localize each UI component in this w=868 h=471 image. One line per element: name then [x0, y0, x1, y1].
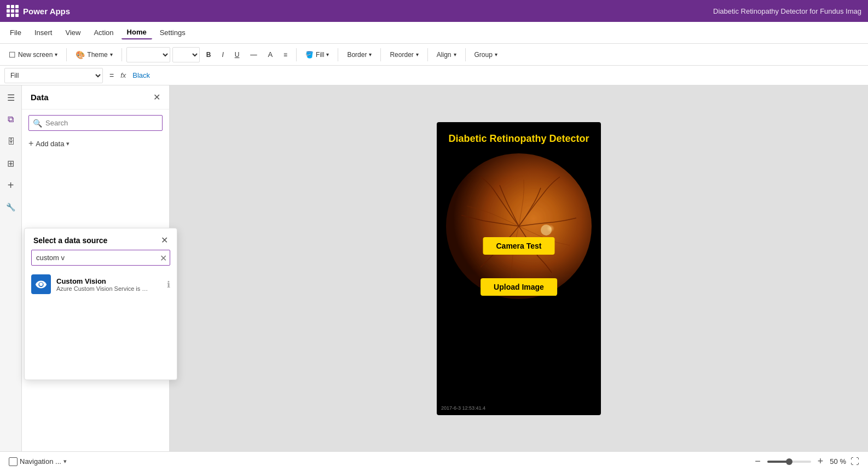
app-title: Diabetic Retinopathy Detector — [443, 122, 594, 150]
menu-view[interactable]: View — [60, 26, 86, 39]
data-source-search-clear-button[interactable]: ✕ — [160, 252, 167, 263]
svg-point-4 — [541, 225, 552, 236]
menu-settings[interactable]: Settings — [154, 26, 191, 39]
app-timestamp: 2017-6-3 12:53:41.4 — [441, 405, 485, 411]
menu-action[interactable]: Action — [88, 26, 119, 39]
align-chevron-icon: ▾ — [454, 51, 456, 58]
separator-2 — [121, 48, 122, 61]
nav-screen-icon — [9, 457, 18, 466]
zoom-slider[interactable] — [767, 461, 811, 463]
separator-6 — [427, 48, 428, 61]
theme-chevron-icon: ▾ — [110, 51, 113, 58]
menu-bar: File Insert View Action Home Settings — [0, 22, 868, 44]
zoom-out-button[interactable]: − — [753, 456, 763, 467]
border-button[interactable]: Border ▾ — [343, 49, 376, 61]
group-button[interactable]: Group ▾ — [470, 49, 502, 61]
plus-add-icon[interactable]: + — [3, 177, 19, 193]
new-screen-button[interactable]: ☐ New screen ▾ — [4, 48, 62, 61]
components-icon[interactable]: ⊞ — [3, 156, 19, 171]
camera-test-button[interactable]: Camera Test — [483, 237, 554, 255]
group-label: Group — [474, 51, 493, 59]
custom-vision-name: Custom Vision — [56, 277, 161, 285]
data-source-search-container: ✕ — [31, 250, 170, 266]
zoom-in-button[interactable]: + — [815, 456, 826, 467]
top-bar: Power Apps Diabetic Retinopathy Detector… — [0, 0, 868, 22]
menu-file[interactable]: File — [4, 26, 27, 39]
add-data-button[interactable]: + Add data ▾ — [22, 136, 169, 155]
align-text-button[interactable]: Align ▾ — [432, 49, 461, 61]
nav-chevron-icon: ▾ — [63, 458, 67, 465]
add-data-plus-icon: + — [28, 139, 33, 148]
bold-button[interactable]: B — [202, 49, 216, 61]
menu-insert[interactable]: Insert — [29, 26, 58, 39]
separator-1 — [66, 48, 67, 61]
layers-icon[interactable]: ⧉ — [3, 112, 19, 127]
strikethrough-button[interactable]: — — [246, 49, 261, 61]
font-size-select[interactable] — [172, 47, 200, 62]
search-icon: 🔍 — [33, 119, 42, 128]
custom-vision-icon — [31, 274, 51, 294]
data-source-popup: Select a data source ✕ ✕ Custom Vision A… — [24, 228, 177, 380]
italic-button[interactable]: I — [217, 49, 228, 61]
menu-home[interactable]: Home — [121, 26, 152, 39]
bottom-bar: Navigation ... ▾ − + 50 % ⛶ — [0, 451, 868, 471]
data-source-title: Select a data source — [33, 236, 107, 245]
custom-vision-info: Custom Vision Azure Custom Vision Servic… — [56, 277, 161, 292]
align-button[interactable]: ≡ — [279, 49, 292, 61]
separator-4 — [338, 48, 338, 61]
equals-sign: = — [107, 71, 116, 80]
font-color-button[interactable]: A — [263, 48, 277, 61]
data-search-input[interactable] — [28, 115, 163, 131]
underline-button[interactable]: U — [230, 49, 244, 61]
svg-point-0 — [39, 283, 43, 286]
fullscreen-icon[interactable]: ⛶ — [850, 457, 859, 467]
reorder-chevron-icon: ▾ — [416, 51, 419, 58]
info-icon[interactable]: ℹ — [167, 279, 170, 290]
fill-chevron-icon: ▾ — [326, 51, 329, 58]
data-source-results: Custom Vision Azure Custom Vision Servic… — [25, 270, 177, 380]
fx-label: fx — [120, 71, 126, 79]
logo-grid — [7, 5, 19, 17]
data-panel-search-container: 🔍 — [28, 115, 163, 131]
toolbar: ☐ New screen ▾ 🎨 Theme ▾ B I U — A ≡ 🪣 F… — [0, 44, 868, 66]
theme-label: Theme — [87, 51, 107, 59]
group-chevron-icon: ▾ — [495, 51, 497, 58]
formula-value: Black — [132, 71, 150, 79]
data-panel-title: Data — [31, 93, 49, 102]
zoom-slider-thumb — [786, 458, 792, 465]
property-select[interactable]: Fill — [4, 68, 103, 83]
upload-image-button[interactable]: Upload Image — [481, 278, 557, 296]
add-data-chevron-icon: ▾ — [66, 140, 70, 147]
border-label: Border — [347, 51, 367, 59]
custom-vision-desc: Azure Custom Vision Service is a M... — [56, 285, 149, 292]
data-source-close-button[interactable]: ✕ — [161, 235, 168, 245]
new-screen-icon: ☐ — [9, 50, 16, 59]
theme-icon: 🎨 — [76, 50, 85, 59]
zoom-percentage: 50 % — [830, 457, 846, 466]
data-panel-close-button[interactable]: ✕ — [153, 92, 160, 102]
border-chevron-icon: ▾ — [369, 51, 372, 58]
reorder-label: Reorder — [390, 51, 413, 59]
data-source-search-input[interactable] — [31, 250, 170, 266]
fill-button[interactable]: 🪣 Fill ▾ — [301, 49, 333, 61]
theme-button[interactable]: 🎨 Theme ▾ — [71, 48, 117, 61]
data-source-header: Select a data source ✕ — [25, 228, 177, 250]
formula-bar: Fill = fx Black — [0, 66, 868, 85]
separator-5 — [380, 48, 381, 61]
app-name: Power Apps — [23, 7, 70, 16]
reorder-button[interactable]: Reorder ▾ — [385, 49, 423, 61]
app-logo: Power Apps — [7, 5, 70, 17]
app-preview: Diabetic Retinopathy Detector — [437, 122, 601, 415]
add-data-label: Add data — [36, 140, 64, 148]
separator-3 — [296, 48, 297, 61]
database-icon[interactable]: 🗄 — [3, 134, 19, 149]
zoom-controls: − + 50 % ⛶ — [753, 456, 859, 467]
font-family-select[interactable] — [126, 47, 170, 62]
tools-icon[interactable]: 🔧 — [3, 199, 19, 215]
data-panel-header: Data ✕ — [22, 85, 169, 110]
formula-property-container: Fill — [4, 68, 103, 83]
canvas-area: Diabetic Retinopathy Detector — [170, 85, 868, 451]
hamburger-icon[interactable]: ☰ — [3, 90, 19, 105]
data-source-result-custom-vision[interactable]: Custom Vision Azure Custom Vision Servic… — [25, 270, 177, 298]
nav-label: Navigation ... — [20, 457, 61, 466]
